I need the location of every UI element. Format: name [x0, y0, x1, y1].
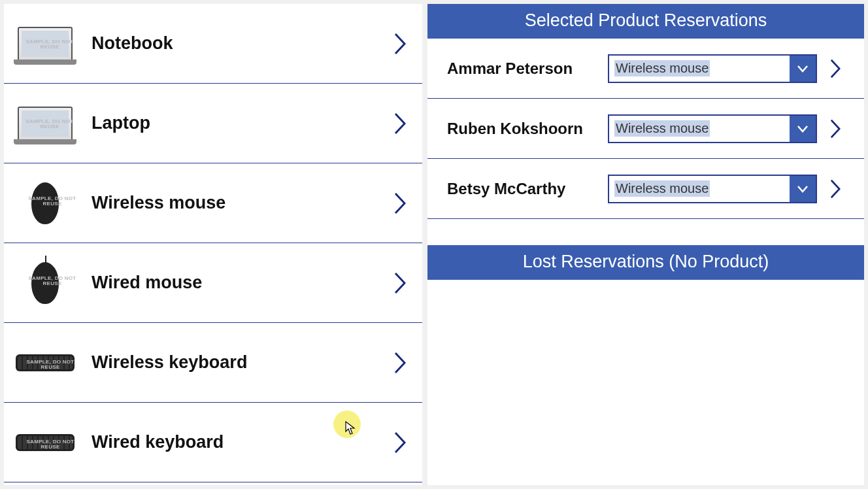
reservation-open-button[interactable]: [822, 59, 848, 78]
chevron-right-icon: [391, 33, 409, 55]
product-row-wireless-keyboard[interactable]: SAMPLE, DO NOT REUSE Wireless keyboard: [4, 323, 422, 403]
laptop-icon: [18, 107, 73, 141]
product-thumb: SAMPLE, DO NOT REUSE: [13, 20, 77, 68]
product-row-wireless-mouse[interactable]: SAMPLE, DO NOT REUSE Wireless mouse: [4, 163, 422, 243]
product-label: Laptop: [77, 113, 391, 133]
product-thumb: SAMPLE, DO NOT REUSE: [13, 99, 77, 148]
product-label: Notebook: [77, 33, 391, 54]
reservations-panel: Selected Product Reservations Ammar Pete…: [427, 4, 864, 485]
chevron-down-icon[interactable]: [790, 56, 816, 82]
notebook-icon: [18, 27, 73, 61]
keyboard-icon: [16, 434, 75, 451]
reservation-name: Betsy McCarthy: [447, 180, 608, 198]
product-select[interactable]: Wireless mouse: [608, 54, 817, 83]
mouse-icon: [31, 182, 59, 224]
product-row-wired-keyboard[interactable]: SAMPLE, DO NOT REUSE Wired keyboard: [4, 403, 422, 482]
reservation-name: Ammar Peterson: [447, 59, 608, 78]
product-label: Wireless mouse: [77, 193, 391, 213]
product-row-notebook[interactable]: SAMPLE, DO NOT REUSE Notebook: [4, 4, 422, 84]
product-select-value: Wireless mouse: [609, 116, 790, 142]
product-list-panel[interactable]: SAMPLE, DO NOT REUSE Notebook SAMPLE, DO…: [4, 4, 422, 485]
product-label: Wired keyboard: [77, 432, 391, 452]
mouse-icon: [31, 262, 59, 304]
chevron-right-icon: [391, 112, 409, 135]
chevron-right-icon: [391, 431, 409, 454]
reservation-open-button[interactable]: [822, 119, 848, 139]
spacer: [427, 219, 864, 245]
product-label: Wireless keyboard: [77, 352, 391, 373]
product-thumb: SAMPLE, DO NOT REUSE: [13, 339, 77, 387]
product-select[interactable]: Wireless mouse: [608, 175, 817, 203]
product-label: Wired mouse: [77, 273, 391, 293]
chevron-right-icon: [391, 192, 409, 214]
product-thumb: SAMPLE, DO NOT REUSE: [13, 179, 77, 228]
product-select[interactable]: Wireless mouse: [608, 114, 817, 143]
product-thumb: SAMPLE, DO NOT REUSE: [13, 418, 77, 467]
selected-reservations-header: Selected Product Reservations: [427, 4, 864, 39]
reservation-row: Betsy McCarthy Wireless mouse: [427, 159, 864, 219]
product-select-value: Wireless mouse: [609, 56, 790, 82]
chevron-right-icon: [391, 352, 409, 374]
chevron-down-icon[interactable]: [790, 176, 816, 202]
product-select-value: Wireless mouse: [609, 176, 790, 202]
app-root: SAMPLE, DO NOT REUSE Notebook SAMPLE, DO…: [0, 0, 868, 489]
chevron-down-icon[interactable]: [790, 116, 816, 142]
product-thumb: SAMPLE, DO NOT REUSE: [13, 259, 77, 307]
lost-reservations-header: Lost Reservations (No Product): [427, 245, 864, 280]
reservation-row: Ruben Kokshoorn Wireless mouse: [427, 99, 864, 159]
keyboard-icon: [16, 354, 75, 371]
chevron-right-icon: [391, 272, 409, 294]
product-row-wired-mouse[interactable]: SAMPLE, DO NOT REUSE Wired mouse: [4, 243, 422, 323]
reservation-row: Ammar Peterson Wireless mouse: [427, 39, 864, 99]
reservation-open-button[interactable]: [822, 179, 848, 199]
reservation-name: Ruben Kokshoorn: [447, 120, 608, 138]
product-row-laptop[interactable]: SAMPLE, DO NOT REUSE Laptop: [4, 84, 422, 163]
